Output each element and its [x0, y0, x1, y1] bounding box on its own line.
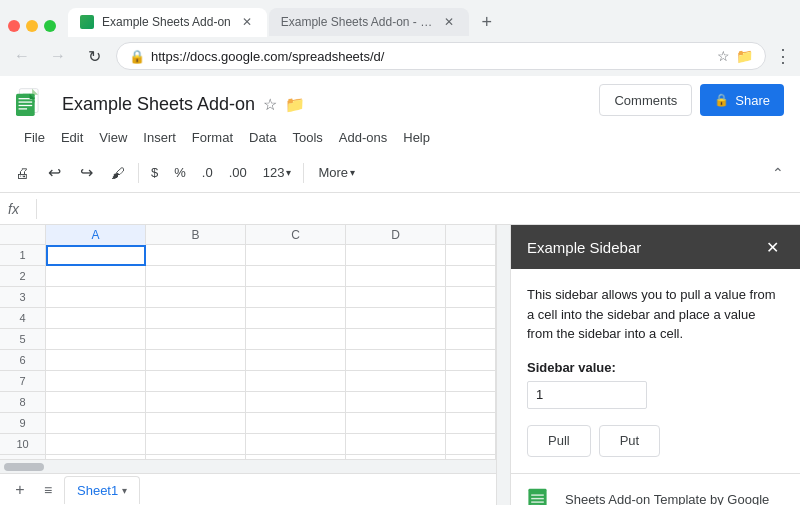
cell-e2[interactable] [446, 266, 496, 287]
cell-a8[interactable] [46, 392, 146, 413]
col-header-a[interactable]: A [46, 225, 146, 245]
folder-location-icon[interactable]: 📁 [285, 95, 305, 114]
menu-item-view[interactable]: View [91, 128, 135, 147]
sidebar-close-button[interactable]: ✕ [760, 235, 784, 259]
formula-input[interactable] [45, 201, 792, 216]
sidebar-value-input[interactable] [527, 381, 647, 409]
row-num-5[interactable]: 5 [0, 329, 46, 349]
cell-c4[interactable] [246, 308, 346, 329]
toolbar-expand-button[interactable]: ⌃ [764, 159, 792, 187]
star-bookmark-icon[interactable]: ☆ [263, 95, 277, 114]
cell-a3[interactable] [46, 287, 146, 308]
col-header-e[interactable] [446, 225, 496, 245]
cell-d5[interactable] [346, 329, 446, 350]
cell-d7[interactable] [346, 371, 446, 392]
menu-item-edit[interactable]: Edit [53, 128, 91, 147]
cell-c6[interactable] [246, 350, 346, 371]
sheet-tab-active[interactable]: Sheet1 ▾ [64, 476, 140, 504]
vertical-scrollbar[interactable] [496, 225, 510, 505]
cell-b9[interactable] [146, 413, 246, 434]
cell-e11[interactable] [446, 455, 496, 459]
close-traffic-light[interactable] [8, 20, 20, 32]
cell-c11[interactable] [246, 455, 346, 459]
row-num-1[interactable]: 1 [0, 245, 46, 265]
cell-d2[interactable] [346, 266, 446, 287]
comments-button[interactable]: Comments [599, 84, 692, 116]
folder-icon[interactable]: 📁 [736, 48, 753, 64]
cell-c3[interactable] [246, 287, 346, 308]
cell-c10[interactable] [246, 434, 346, 455]
cell-a10[interactable] [46, 434, 146, 455]
cell-b7[interactable] [146, 371, 246, 392]
col-header-c[interactable]: C [246, 225, 346, 245]
cell-e10[interactable] [446, 434, 496, 455]
add-sheet-button[interactable]: + [8, 478, 32, 502]
tab-close-active[interactable]: ✕ [239, 14, 255, 30]
share-button[interactable]: 🔒 Share [700, 84, 784, 116]
h-scrollbar-thumb[interactable] [4, 463, 44, 471]
cell-d6[interactable] [346, 350, 446, 371]
cell-d9[interactable] [346, 413, 446, 434]
star-icon[interactable]: ☆ [717, 48, 730, 64]
cell-c8[interactable] [246, 392, 346, 413]
horizontal-scrollbar[interactable] [0, 459, 496, 473]
decimal-increase-button[interactable]: .00 [223, 163, 253, 182]
cell-b3[interactable] [146, 287, 246, 308]
cell-e7[interactable] [446, 371, 496, 392]
address-bar[interactable]: 🔒 https://docs.google.com/spreadsheets/d… [116, 42, 766, 70]
new-tab-button[interactable]: + [473, 8, 501, 36]
browser-tab-active[interactable]: Example Sheets Add-on ✕ [68, 8, 267, 36]
cell-e8[interactable] [446, 392, 496, 413]
cell-e9[interactable] [446, 413, 496, 434]
print-button[interactable]: 🖨 [8, 159, 36, 187]
col-header-d[interactable]: D [346, 225, 446, 245]
cell-a2[interactable] [46, 266, 146, 287]
row-num-11[interactable]: 11 [0, 455, 46, 459]
number-format-button[interactable]: 123 ▾ [257, 163, 298, 182]
paint-format-button[interactable]: 🖌 [104, 159, 132, 187]
cell-e3[interactable] [446, 287, 496, 308]
cell-c9[interactable] [246, 413, 346, 434]
row-num-4[interactable]: 4 [0, 308, 46, 328]
menu-item-tools[interactable]: Tools [284, 128, 330, 147]
cell-c1[interactable] [246, 245, 346, 266]
cell-e4[interactable] [446, 308, 496, 329]
row-num-6[interactable]: 6 [0, 350, 46, 370]
browser-tab-inactive[interactable]: Example Sheets Add-on - Go... ✕ [269, 8, 469, 36]
row-num-8[interactable]: 8 [0, 392, 46, 412]
cell-a5[interactable] [46, 329, 146, 350]
cell-d8[interactable] [346, 392, 446, 413]
undo-button[interactable]: ↩ [40, 159, 68, 187]
cell-a6[interactable] [46, 350, 146, 371]
cell-d1[interactable] [346, 245, 446, 266]
row-num-9[interactable]: 9 [0, 413, 46, 433]
cell-e1[interactable] [446, 245, 496, 266]
cell-b11[interactable] [146, 455, 246, 459]
cell-c5[interactable] [246, 329, 346, 350]
tab-close-inactive[interactable]: ✕ [441, 14, 457, 30]
currency-button[interactable]: $ [145, 163, 164, 182]
forward-button[interactable]: → [44, 42, 72, 70]
cell-a11[interactable] [46, 455, 146, 459]
more-button[interactable]: More ▾ [310, 163, 363, 182]
cell-e5[interactable] [446, 329, 496, 350]
cell-a7[interactable] [46, 371, 146, 392]
percent-button[interactable]: % [168, 163, 192, 182]
menu-item-help[interactable]: Help [395, 128, 438, 147]
cell-a1[interactable] [46, 245, 146, 266]
menu-item-data[interactable]: Data [241, 128, 284, 147]
menu-item-addons[interactable]: Add-ons [331, 128, 395, 147]
cell-d11[interactable] [346, 455, 446, 459]
sheets-doc-title[interactable]: Example Sheets Add-on [62, 94, 255, 115]
chrome-menu-icon[interactable]: ⋮ [774, 45, 792, 67]
row-num-7[interactable]: 7 [0, 371, 46, 391]
cell-b2[interactable] [146, 266, 246, 287]
cell-a9[interactable] [46, 413, 146, 434]
row-num-3[interactable]: 3 [0, 287, 46, 307]
cell-c7[interactable] [246, 371, 346, 392]
cell-b8[interactable] [146, 392, 246, 413]
cell-a4[interactable] [46, 308, 146, 329]
col-header-b[interactable]: B [146, 225, 246, 245]
put-button[interactable]: Put [599, 425, 661, 457]
cell-e6[interactable] [446, 350, 496, 371]
